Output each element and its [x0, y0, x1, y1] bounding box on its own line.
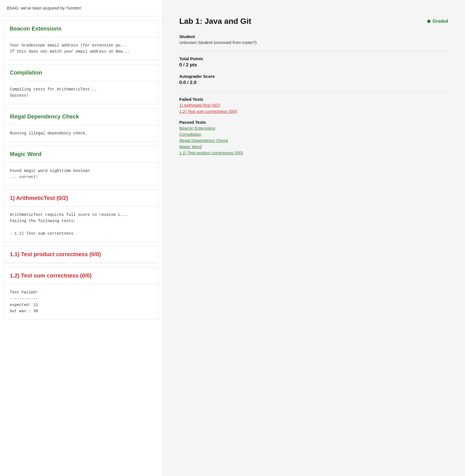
section-body-compilation: Compiling tests for ArithmeticTest... Su… [4, 81, 158, 104]
total-points-label: Total Points [179, 56, 448, 61]
left-panel: BSAG: we've been acquired by TurnItIn! B… [0, 0, 162, 476]
total-points-section: Total Points 0 / 2 pts [179, 56, 448, 68]
failed-tests-list: 1) ArithmeticTest (0/2)1.2) Test sum cor… [179, 103, 448, 114]
top-banner-text: BSAG: we've been acquired by TurnItIn! [7, 6, 81, 10]
graded-badge: Graded [427, 19, 448, 24]
section-card-arithmetic-test: 1) ArithmeticTest (0/2)ArithmeticTest re… [4, 190, 158, 242]
passed-test-link-3[interactable]: Magic Word [179, 144, 448, 149]
section-body-test-sum: Test Failed! ------------ expected: 11 b… [4, 284, 158, 319]
section-card-magic-word: Magic WordFound magic word nighttime boo… [4, 146, 158, 186]
graded-dot [427, 20, 431, 23]
student-value: Unknown Student (removed from roster?) [179, 40, 448, 45]
passed-test-link-2[interactable]: Illegal Dependency Check [179, 138, 448, 143]
section-header-magic-word[interactable]: Magic Word [4, 146, 158, 163]
failed-tests-section: Failed Tests 1) ArithmeticTest (0/2)1.2)… [179, 97, 448, 114]
passed-test-link-0[interactable]: Beacon Extensions [179, 126, 448, 130]
total-points-value: 0 / 2 pts [179, 62, 448, 68]
passed-test-link-4[interactable]: 1.1) Test product correctness (0/0) [179, 150, 448, 155]
failed-tests-label: Failed Tests [179, 97, 448, 102]
section-header-test-product[interactable]: 1.1) Test product correctness (0/0) [4, 246, 158, 263]
top-banner: BSAG: we've been acquired by TurnItIn! [0, 0, 162, 16]
section-card-compilation: CompilationCompiling tests for Arithmeti… [4, 64, 158, 104]
section-card-beacon-extensions: Beacon ExtensionsYour Gradescope email a… [4, 20, 158, 60]
section-header-beacon-extensions[interactable]: Beacon Extensions [4, 20, 158, 37]
passed-tests-list: Beacon ExtensionsCompilationIllegal Depe… [179, 126, 448, 155]
section-body-magic-word: Found magic word nighttime boolean ... c… [4, 163, 158, 185]
sections-container: Beacon ExtensionsYour Gradescope email a… [0, 20, 162, 320]
section-card-test-sum: 1.2) Test sum correctness (0/0)Test Fail… [4, 267, 158, 320]
autograder-value: 0.0 / 2.0 [179, 80, 448, 85]
section-body-arithmetic-test: ArithmeticTest requires full score to re… [4, 207, 158, 242]
section-body-illegal-dependency-check: Running illegal dependency check. [4, 125, 158, 141]
right-panel: Lab 1: Java and Git Graded Student Unkno… [162, 0, 465, 476]
failed-test-link-1[interactable]: 1.2) Test sum correctness (0/0) [179, 109, 448, 114]
section-header-arithmetic-test[interactable]: 1) ArithmeticTest (0/2) [4, 190, 158, 207]
passed-tests-section: Passed Tests Beacon ExtensionsCompilatio… [179, 120, 448, 155]
student-section: Student Unknown Student (removed from ro… [179, 34, 448, 45]
lab-title: Lab 1: Java and Git [179, 17, 251, 26]
divider-2 [179, 92, 448, 92]
autograder-section: Autograder Score 0.0 / 2.0 [179, 74, 448, 85]
section-header-illegal-dependency-check[interactable]: Illegal Dependency Check [4, 108, 158, 125]
student-label: Student [179, 34, 448, 39]
lab-header: Lab 1: Java and Git Graded [179, 17, 448, 26]
section-header-compilation[interactable]: Compilation [4, 64, 158, 81]
failed-test-link-0[interactable]: 1) ArithmeticTest (0/2) [179, 103, 448, 108]
section-card-illegal-dependency-check: Illegal Dependency CheckRunning illegal … [4, 108, 158, 142]
passed-tests-label: Passed Tests [179, 120, 448, 125]
section-body-beacon-extensions: Your Gradescope email address (for exten… [4, 37, 158, 60]
graded-label: Graded [433, 19, 448, 24]
passed-test-link-1[interactable]: Compilation [179, 132, 448, 137]
section-card-test-product: 1.1) Test product correctness (0/0) [4, 246, 158, 263]
autograder-label: Autograder Score [179, 74, 448, 79]
section-header-test-sum[interactable]: 1.2) Test sum correctness (0/0) [4, 267, 158, 284]
divider-1 [179, 51, 448, 51]
